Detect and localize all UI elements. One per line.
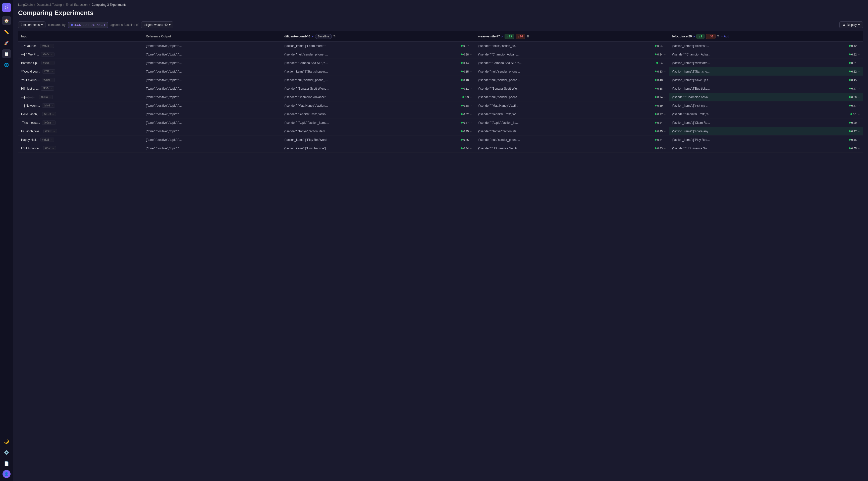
exp1-score-arrow-10[interactable]: → <box>469 130 472 133</box>
metric-selector[interactable]: JSON_EDIT_DISTAN... ▾ <box>68 22 108 28</box>
add-experiment-button[interactable]: + Add <box>721 35 729 38</box>
input-text-7[interactable]: ---| Newsom... <box>21 104 40 107</box>
sidebar-item-globe[interactable]: 🌐 <box>2 60 11 69</box>
exp3-score-arrow-11[interactable]: → <box>858 138 860 141</box>
exp2-score-arrow-9[interactable]: → <box>663 121 666 124</box>
exp1-score-arrow-8[interactable]: → <box>469 113 472 116</box>
exp1-score-arrow-3[interactable]: → <box>469 70 472 73</box>
exp1-name[interactable]: diligent-wound-40 ↗ <box>284 35 313 38</box>
exp3-score-arrow-1[interactable]: → <box>858 53 860 56</box>
exp2-score-arrow-3[interactable]: → <box>663 70 666 73</box>
hash-badge-5[interactable]: #936c → <box>41 86 54 91</box>
breadcrumb-langchain[interactable]: LangChain <box>18 3 33 6</box>
exp2-score-dot-7 <box>655 105 656 106</box>
hash-badge-12[interactable]: #f1a8 → <box>43 146 56 150</box>
breadcrumb-email-extraction[interactable]: Email Extraction <box>66 3 88 6</box>
exp2-score-arrow-7[interactable]: → <box>663 104 666 107</box>
input-text-4[interactable]: Your exclusi... <box>21 78 40 82</box>
exp3-score-arrow-6[interactable]: → <box>858 96 860 98</box>
exp3-score-dot-5 <box>849 88 851 89</box>
sidebar-item-darkmode[interactable]: 🌙 <box>2 437 11 446</box>
sidebar-item-docs[interactable]: 📄 <box>2 459 11 468</box>
hash-badge-7[interactable]: #dfcd → <box>42 103 55 108</box>
exp2-score-arrow-2[interactable]: → <box>663 62 666 64</box>
exp2-sort-icon[interactable]: ⇅ <box>527 35 529 38</box>
exp3-name[interactable]: left-quince-29 ↗ <box>672 35 695 38</box>
exp1-sort-icon[interactable]: ⇅ <box>333 35 336 38</box>
exp2-score-val-9: 0.54 <box>657 121 662 124</box>
hash-badge-0[interactable]: #0835 → <box>40 44 54 48</box>
ref-output-cell-8: {"tone":"positive","topic":"... <box>143 110 281 119</box>
exp1-score-arrow-9[interactable]: → <box>469 121 472 124</box>
hash-badge-3[interactable]: #72fb → <box>42 69 55 73</box>
display-button[interactable]: ⚙ Display ▾ <box>839 21 863 28</box>
exp1-score-dot-10 <box>461 130 463 132</box>
input-text-0[interactable]: ---**Your cr... <box>21 44 38 48</box>
exp1-output-text-7: {"sender":"Matt Haney","action_item... <box>284 104 330 107</box>
exp3-sort-icon[interactable]: ⇅ <box>717 35 719 38</box>
input-text-8[interactable]: Hello Jacob,... <box>21 113 40 116</box>
sidebar-item-edit[interactable]: ✏️ <box>2 27 11 36</box>
input-text-9[interactable]: -This messa... <box>21 121 40 125</box>
exp2-score-arrow-8[interactable]: → <box>663 113 666 116</box>
exp1-score-arrow-5[interactable]: → <box>469 87 472 90</box>
exp3-score-arrow-0[interactable]: → <box>858 44 860 47</box>
input-text-12[interactable]: USA Finance... <box>21 147 41 150</box>
exp1-score-arrow-4[interactable]: → <box>469 78 472 81</box>
input-text-3[interactable]: **Would you... <box>21 70 40 73</box>
sidebar-item-launch[interactable]: 🚀 <box>2 38 11 47</box>
exp1-score-arrow-7[interactable]: → <box>469 104 472 107</box>
experiments-selector[interactable]: 3 experiments ▾ <box>18 21 45 28</box>
input-text-5[interactable]: Hi! I just an... <box>21 87 39 90</box>
exp3-output-cell-12: {"sender":"US Finance Sol... 0.35 → <box>669 144 863 153</box>
hash-badge-2[interactable]: #5f55 → <box>41 61 55 65</box>
hash-badge-6[interactable]: #b19a → <box>39 95 53 99</box>
exp3-score-arrow-12[interactable]: → <box>858 147 860 150</box>
sidebar-item-settings[interactable]: ⚙️ <box>2 448 11 457</box>
baseline-selector[interactable]: diligent-wound-40 ▾ <box>141 21 174 28</box>
exp2-score-arrow-11[interactable]: → <box>663 138 666 141</box>
exp1-output-cell-12: {"action_items":["Unsubscribe"],"sen... … <box>281 144 475 153</box>
exp3-score-arrow-3[interactable]: → <box>858 70 860 73</box>
exp2-score-arrow-12[interactable]: → <box>663 147 666 150</box>
input-text-1[interactable]: ---| # We Pr... <box>21 53 39 56</box>
hash-badge-9[interactable]: #e0ea → <box>42 121 56 125</box>
avatar[interactable]: 👤 <box>2 470 10 478</box>
exp2-score-arrow-1[interactable]: → <box>663 53 666 56</box>
exp2-score-2: 0.4 → <box>656 62 666 65</box>
exp3-score-arrow-4[interactable]: → <box>858 78 860 81</box>
exp3-score-arrow-7[interactable]: → <box>858 104 860 107</box>
hash-badge-10[interactable]: #e419 → <box>43 129 57 133</box>
exp3-score-arrow-5[interactable]: → <box>858 87 860 90</box>
hash-badge-4[interactable]: #7bf0 → <box>42 78 55 82</box>
app-logo[interactable]: ⛓ <box>2 3 11 12</box>
input-text-10[interactable]: Hi Jacob, We... <box>21 130 41 133</box>
hash-badge-8[interactable]: #e078 → <box>42 112 56 116</box>
breadcrumb-datasets[interactable]: Datasets & Testing <box>37 3 62 6</box>
exp1-score-arrow-1[interactable]: → <box>469 53 472 56</box>
exp2-score-arrow-5[interactable]: → <box>663 87 666 90</box>
exp1-score-arrow-12[interactable]: → <box>469 147 472 150</box>
input-text-2[interactable]: Bamboo Sp... <box>21 61 39 65</box>
exp2-name[interactable]: weary-smile-77 ↗ <box>478 35 503 38</box>
exp2-score-arrow-0[interactable]: → <box>663 44 666 47</box>
exp2-score-arrow-4[interactable]: → <box>663 78 666 81</box>
sidebar-item-data[interactable]: 📋 <box>2 49 11 58</box>
exp1-score-arrow-0[interactable]: → <box>469 44 472 47</box>
exp3-score-arrow-2[interactable]: → <box>858 62 860 64</box>
sidebar-item-home[interactable]: 🏠 <box>2 16 11 25</box>
exp2-score-arrow-10[interactable]: → <box>663 130 666 133</box>
exp1-score-arrow-11[interactable]: → <box>469 138 472 141</box>
hash-badge-1[interactable]: #0e6c → <box>41 52 55 57</box>
input-text-6[interactable]: ---|---|---|--... <box>21 95 37 99</box>
exp2-score-arrow-6[interactable]: → <box>663 96 666 98</box>
exp3-score-arrow-8[interactable]: → <box>858 113 860 116</box>
exp1-score-arrow-2[interactable]: → <box>469 62 472 64</box>
exp3-score-arrow-10[interactable]: → <box>858 130 860 133</box>
exp3-score-arrow-9[interactable]: → <box>858 121 860 124</box>
hash-badge-11[interactable]: #e825 → <box>40 137 54 142</box>
input-text-11[interactable]: Happy Hall... <box>21 138 38 141</box>
exp1-score-arrow-6[interactable]: → <box>469 96 472 98</box>
experiments-count: 3 experiments <box>21 23 40 27</box>
exp1-score-7: 0.68 → <box>461 104 472 107</box>
